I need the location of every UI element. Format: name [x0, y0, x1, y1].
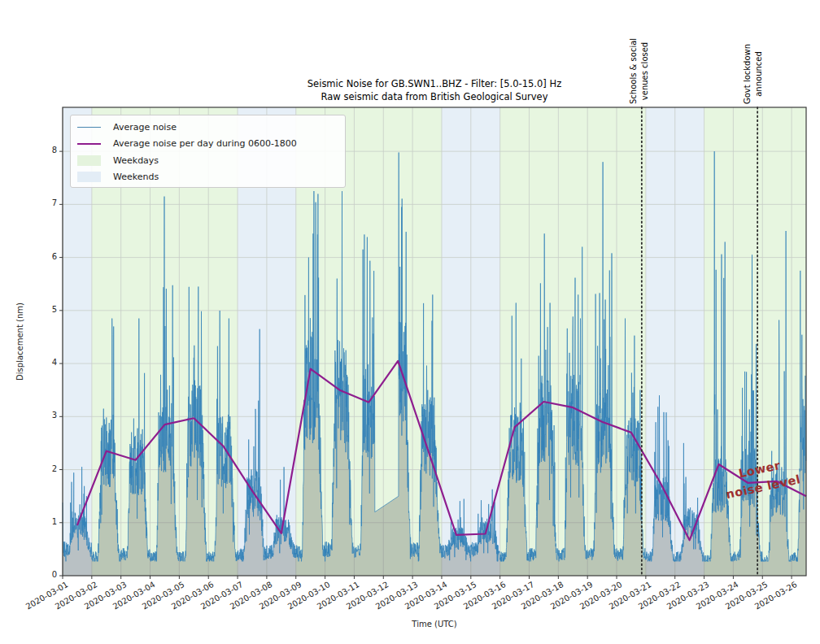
legend-swatch-patch [77, 155, 101, 166]
legend-item: Weekdays [77, 152, 338, 169]
legend-label: Weekdays [113, 155, 159, 166]
legend-label: Average noise per day during 0600-1800 [113, 138, 297, 149]
x-axis-label: Time (UTC) [63, 620, 806, 629]
y-tick-label: 4 [36, 358, 57, 367]
y-tick-label: 5 [36, 305, 57, 314]
lockdown-line1: Govt lockdown [742, 44, 753, 104]
y-tick-label: 7 [36, 198, 57, 207]
legend-label: Weekends [113, 172, 159, 182]
legend-item: Average noise [77, 119, 338, 136]
seismic-noise-chart: Seismic Noise for GB.SWN1..BHZ - Filter:… [0, 0, 820, 644]
y-axis-label: Displacement (nm) [15, 289, 24, 394]
legend-swatch-line [77, 127, 101, 128]
y-tick-label: 2 [36, 464, 57, 473]
lockdown-line2: announced [753, 44, 765, 104]
lockdown-annotation: Govt lockdown announced [742, 44, 765, 104]
schools-closed-line2: venues closed [639, 38, 651, 104]
legend-item: Average noise per day during 0600-1800 [77, 136, 338, 153]
chart-subtitle: Raw seismic data from British Geological… [0, 91, 820, 102]
legend-swatch-line [77, 143, 101, 145]
y-tick-label: 1 [36, 517, 57, 526]
legend-item: Weekends [77, 169, 338, 186]
schools-closed-line1: Schools & social [628, 38, 639, 104]
legend-label: Average noise [113, 122, 177, 133]
y-tick-label: 6 [36, 252, 57, 261]
y-tick-label: 0 [36, 570, 57, 579]
legend: Average noiseAverage noise per day durin… [70, 115, 346, 188]
chart-title: Seismic Noise for GB.SWN1..BHZ - Filter:… [0, 78, 820, 89]
legend-swatch-patch [77, 172, 101, 182]
schools-closed-annotation: Schools & social venues closed [628, 38, 651, 104]
y-tick-label: 8 [36, 146, 57, 154]
y-tick-label: 3 [36, 411, 57, 420]
